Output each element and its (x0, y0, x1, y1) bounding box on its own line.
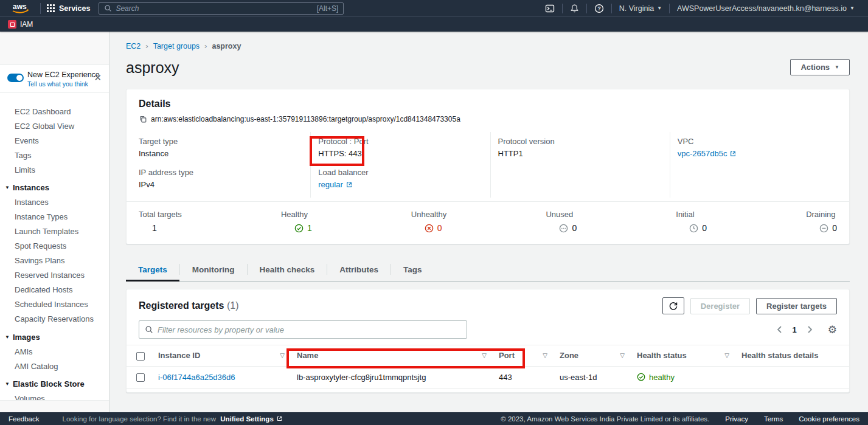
sidebar-item-events[interactable]: Events (0, 133, 109, 148)
target-group-arn: arn:aws:elasticloadbalancing:us-east-1:3… (151, 115, 460, 123)
tab-health-checks[interactable]: Health checks (248, 259, 327, 282)
tell-us-link[interactable]: Tell us what you think (27, 80, 103, 88)
sidebar-item-scheduled-instances[interactable]: Scheduled Instances (0, 297, 109, 312)
search-icon (145, 325, 153, 334)
vpc-link[interactable]: vpc-2657db5c (678, 149, 737, 158)
sidebar-item-amis[interactable]: AMIs (0, 344, 109, 359)
deregister-button[interactable]: Deregister (690, 298, 750, 314)
instance-id-link[interactable]: i-06f1744a6a25d36d6 (158, 373, 235, 382)
details-card: Details arn:aws:elasticloadbalancing:us-… (126, 89, 850, 244)
copy-icon[interactable] (139, 115, 147, 123)
terms-link[interactable]: Terms (764, 415, 783, 423)
new-experience-toggle[interactable] (7, 74, 24, 82)
search-input[interactable] (116, 4, 313, 13)
grid-icon (47, 4, 55, 12)
breadcrumb-current: asproxy (212, 42, 241, 50)
close-icon[interactable]: ✕ (94, 73, 102, 82)
sidebar-item-ami-catalog[interactable]: AMI Catalog (0, 359, 109, 373)
favorite-iam[interactable]: IAM (8, 20, 33, 29)
account-menu[interactable]: AWSPowerUserAccess/navaneeth.kn@harness.… (670, 4, 862, 13)
sidebar-item-launch-templates[interactable]: Launch Templates (0, 224, 109, 239)
chevron-right-icon: › (145, 41, 148, 50)
select-all-checkbox[interactable] (136, 352, 145, 361)
sidebar-section-images[interactable]: ▼ Images (0, 327, 109, 345)
sidebar-item-tags[interactable]: Tags (0, 148, 109, 162)
aws-logo[interactable]: aws (11, 2, 30, 15)
chevron-down-icon: ▼ (5, 381, 10, 387)
sidebar-item-ec2-dashboard[interactable]: EC2 Dashboard (0, 104, 109, 119)
tab-monitoring[interactable]: Monitoring (180, 259, 247, 282)
tab-attributes[interactable]: Attributes (327, 259, 391, 282)
details-fields: Target type Instance IP address type IPv… (127, 130, 849, 201)
check-circle-icon (637, 373, 645, 381)
load-balancer-link[interactable]: regular (318, 180, 352, 189)
privacy-link[interactable]: Privacy (725, 415, 748, 423)
sidebar-item-limits[interactable]: Limits (0, 162, 109, 177)
sort-icon[interactable]: ▽ (482, 352, 487, 359)
column-name: Name (297, 351, 318, 360)
sort-icon[interactable]: ▽ (280, 352, 285, 359)
targets-summary: Total targets 1 Healthy 1 Unhealthy 0 (127, 202, 849, 244)
language-note: Looking for language selection? Find it … (63, 415, 283, 423)
cloudshell-button[interactable] (538, 4, 562, 13)
stat-draining: Draining 0 (806, 210, 837, 233)
row-checkbox[interactable] (136, 373, 145, 382)
refresh-button[interactable] (662, 297, 684, 314)
previous-page-button[interactable] (773, 324, 786, 335)
sidebar-bottom-spacer (0, 400, 109, 412)
top-navigation-bar: aws Services [Alt+S] ? N. Virginia ▼ (0, 0, 868, 16)
sidebar-item-instances[interactable]: Instances (0, 195, 109, 210)
sort-icon[interactable]: ▽ (724, 352, 729, 359)
feedback-link[interactable]: Feedback (9, 415, 40, 423)
breadcrumb-target-groups[interactable]: Target groups (153, 42, 200, 50)
page-number[interactable]: 1 (789, 325, 800, 334)
favorites-bar: IAM (0, 16, 868, 32)
table-settings-gear-icon[interactable]: ⚙ (828, 325, 837, 335)
console-footer: Feedback Looking for language selection?… (0, 412, 868, 425)
sidebar-section-instances[interactable]: ▼ Instances (0, 177, 109, 195)
column-zone: Zone (560, 351, 578, 360)
next-page-button[interactable] (803, 324, 817, 335)
stat-total-targets: Total targets 1 (139, 210, 182, 233)
sidebar-nav: EC2 Dashboard EC2 Global View Events Tag… (0, 93, 109, 412)
sidebar-item-reserved-instances[interactable]: Reserved Instances (0, 268, 109, 283)
chevron-down-icon: ▼ (5, 334, 10, 340)
external-link-icon (729, 150, 737, 157)
sidebar-item-spot-requests[interactable]: Spot Requests (0, 239, 109, 254)
help-icon[interactable]: ? (587, 4, 611, 13)
sort-icon[interactable]: ▽ (543, 352, 547, 359)
column-instance-id: Instance ID (158, 351, 200, 360)
new-experience-panel: New EC2 Experience Tell us what you thin… (0, 65, 109, 93)
stat-unused: Unused 0 (546, 210, 577, 233)
registered-targets-card: Registered targets (1) Deregister Regist… (126, 289, 850, 393)
notifications-bell-icon[interactable] (563, 4, 586, 13)
sort-icon[interactable]: ▽ (620, 352, 625, 359)
main-content: EC2 › Target groups › asproxy asproxy Ac… (109, 32, 868, 412)
global-search[interactable]: [Alt+S] (99, 2, 344, 15)
sidebar-item-dedicated-hosts[interactable]: Dedicated Hosts (0, 283, 109, 297)
region-selector[interactable]: N. Virginia ▼ (612, 4, 669, 13)
tab-targets[interactable]: Targets (126, 259, 179, 282)
register-targets-button[interactable]: Register targets (756, 298, 837, 314)
filter-input[interactable] (158, 325, 461, 334)
breadcrumb-ec2[interactable]: EC2 (126, 42, 141, 50)
services-menu[interactable]: Services (47, 4, 90, 13)
sidebar-section-elastic-block-store[interactable]: ▼ Elastic Block Store (0, 373, 109, 392)
filter-box[interactable] (139, 320, 467, 339)
field-load-balancer: Load balancer regular (318, 168, 482, 189)
minus-circle-icon (819, 224, 828, 233)
tab-tags[interactable]: Tags (391, 259, 434, 282)
new-experience-title: New EC2 Experience (27, 71, 103, 79)
unified-settings-link[interactable]: Unified Settings (220, 415, 283, 423)
cookie-preferences-link[interactable]: Cookie preferences (799, 415, 859, 423)
sidebar-item-capacity-reservations[interactable]: Capacity Reservations (0, 312, 109, 327)
sidebar-item-instance-types[interactable]: Instance Types (0, 210, 109, 224)
chevron-down-icon: ▼ (5, 185, 10, 190)
field-protocol-port: Protocol : Port HTTPS: 443 (318, 137, 482, 158)
field-vpc: VPC vpc-2657db5c (678, 137, 842, 158)
chevron-down-icon: ▼ (850, 5, 855, 11)
sidebar-item-savings-plans[interactable]: Savings Plans (0, 254, 109, 268)
actions-button[interactable]: Actions ▼ (790, 59, 850, 75)
search-icon (104, 4, 112, 12)
sidebar-item-ec2-global-view[interactable]: EC2 Global View (0, 119, 109, 133)
